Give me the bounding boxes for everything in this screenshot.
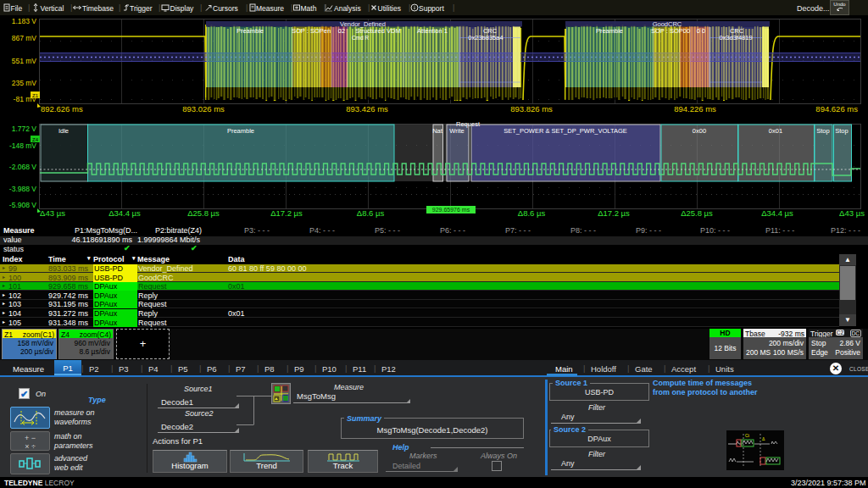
svg-text:SOP : SOPen: SOP : SOPen — [292, 27, 331, 35]
svg-text:Δ17.2 µs: Δ17.2 µs — [598, 208, 630, 218]
svg-text:Write: Write — [449, 127, 464, 135]
svg-text:-148 mV: -148 mV — [9, 141, 36, 150]
svg-text:Preamble: Preamble — [596, 27, 623, 35]
svg-text:Structured VDM: Structured VDM — [355, 27, 400, 35]
svg-text:0x23b835a4: 0x23b835a4 — [468, 34, 503, 42]
svg-text:Δ8.6 µs: Δ8.6 µs — [357, 208, 385, 218]
svg-text:893.826 ms: 893.826 ms — [510, 104, 553, 114]
svg-text:Ct: Ct — [745, 433, 750, 438]
svg-text:0x3d3f4819: 0x3d3f4819 — [719, 34, 752, 42]
svg-text:0x01: 0x01 — [769, 127, 782, 135]
svg-text:551 mV: 551 mV — [12, 57, 37, 65]
svg-text:893.426 ms: 893.426 ms — [346, 104, 388, 114]
svg-text:867 mV: 867 mV — [12, 34, 37, 42]
svg-text:-2.068 V: -2.068 V — [9, 163, 36, 171]
svg-text:Cmd R: Cmd R — [352, 35, 370, 41]
svg-text:Attention 1: Attention 1 — [417, 27, 448, 35]
svg-text:894.226 ms: 894.226 ms — [674, 104, 716, 114]
svg-text:Δ34.4 µs: Δ34.4 µs — [108, 208, 141, 218]
svg-text:Preamble: Preamble — [236, 27, 264, 35]
svg-text:Request: Request — [456, 120, 481, 128]
svg-text:SOP : SOP00: SOP : SOP00 — [651, 27, 690, 35]
svg-text:235 mV: 235 mV — [12, 79, 37, 87]
svg-text:Idle: Idle — [58, 127, 69, 135]
svg-text:02: 02 — [338, 27, 345, 35]
svg-text:Stop: Stop — [835, 127, 848, 135]
svg-text:Preamble: Preamble — [227, 127, 254, 135]
svg-text:0 0: 0 0 — [697, 27, 705, 35]
svg-text:Nat: Nat — [432, 127, 443, 135]
svg-text:Δ34.4 µs: Δ34.4 µs — [761, 208, 793, 218]
svg-text:Δ43 µs: Δ43 µs — [839, 208, 865, 218]
svg-text:Δ: Δ — [762, 436, 765, 441]
svg-text:Z4: Z4 — [32, 137, 39, 142]
svg-text:892.626 ms: 892.626 ms — [41, 104, 83, 114]
svg-text:Δ43 µs: Δ43 µs — [40, 208, 65, 218]
svg-text:Δ25.8 µs: Δ25.8 µs — [187, 208, 220, 218]
svg-text:Δ8.6 µs: Δ8.6 µs — [518, 208, 546, 218]
svg-text:Z1: Z1 — [32, 93, 39, 98]
svg-text:893.026 ms: 893.026 ms — [182, 104, 225, 114]
svg-text:Δ25.8 µs: Δ25.8 µs — [681, 208, 713, 218]
svg-text:SET_POWER & SET_DP_PWR_VOLTAGE: SET_POWER & SET_DP_PWR_VOLTAGE — [504, 127, 627, 135]
svg-text:894.626 ms: 894.626 ms — [815, 104, 858, 114]
svg-text:929.65976 ms: 929.65976 ms — [432, 207, 470, 213]
svg-text:1.772 V: 1.772 V — [12, 125, 37, 133]
svg-text:-5.908 V: -5.908 V — [9, 201, 36, 209]
svg-text:Stop: Stop — [816, 127, 829, 135]
svg-text:Δ17.2 µs: Δ17.2 µs — [270, 208, 303, 218]
svg-text:1.183 V: 1.183 V — [12, 17, 37, 25]
svg-text:0x00: 0x00 — [693, 127, 706, 135]
svg-text:-3.988 V: -3.988 V — [9, 185, 36, 193]
